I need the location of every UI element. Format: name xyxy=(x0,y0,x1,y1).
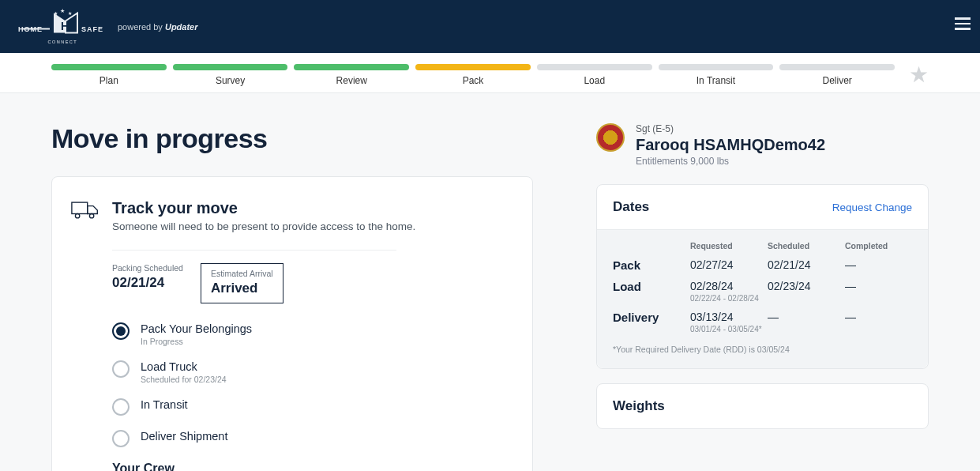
step-label: Pack xyxy=(415,75,531,86)
step-bar xyxy=(51,64,167,70)
svg-text:H: H xyxy=(61,20,69,32)
step-title: Pack Your Belongings xyxy=(141,322,252,335)
svg-text:★: ★ xyxy=(60,7,65,13)
packing-value: 02/21/24 xyxy=(112,275,183,291)
step-bar xyxy=(294,64,409,70)
profile-rank: Sgt (E-5) xyxy=(636,123,825,134)
row-pack-label: Pack xyxy=(613,258,690,272)
radio-icon xyxy=(112,430,130,447)
col-scheduled: Scheduled xyxy=(768,241,845,251)
packing-scheduled: Packing Scheduled 02/21/24 xyxy=(112,263,183,303)
step-sub: In Progress xyxy=(141,337,252,346)
step-title: Deliver Shipment xyxy=(141,430,227,443)
left-column: Move in progress Track your move Someone… xyxy=(51,123,533,471)
arrival-value: Arrived xyxy=(211,281,273,296)
step-label: Load xyxy=(537,75,652,86)
powered-by-label: powered by Updater xyxy=(118,22,198,32)
profile-name: Farooq HSAMHQDemo42 xyxy=(636,136,825,154)
row-load-label: Load xyxy=(613,280,690,293)
dates-panel: Dates Request Change Requested Scheduled… xyxy=(596,184,929,369)
radio-icon xyxy=(112,398,130,416)
row-delivery-label: Delivery xyxy=(613,311,690,324)
arrival-label: Estimated Arrival xyxy=(211,269,273,278)
dates-footnote: *Your Required Delivery Date (RDD) is 03… xyxy=(613,345,912,354)
step-bar xyxy=(173,64,288,70)
schedule-row: Packing Scheduled 02/21/24 Estimated Arr… xyxy=(112,263,513,303)
step-label: Survey xyxy=(173,75,288,86)
dates-heading: Dates xyxy=(613,199,649,215)
row-load-completed: — xyxy=(845,280,908,303)
step-pack[interactable]: Pack xyxy=(415,64,531,86)
step-label: Deliver xyxy=(779,75,895,86)
step-load[interactable]: Load xyxy=(537,64,652,86)
profile-entitlements: Entitlements 9,000 lbs xyxy=(636,156,825,167)
weights-heading: Weights xyxy=(613,398,912,414)
row-load-scheduled: 02/23/24 xyxy=(768,280,845,303)
logo[interactable]: HOME SAFE H CONNECT ★ ★ ★ powered by Upd… xyxy=(14,6,198,47)
step-bar xyxy=(779,64,895,70)
step-bar xyxy=(537,64,652,70)
main-content: Move in progress Track your move Someone… xyxy=(0,93,980,471)
step-in-transit[interactable]: In Transit xyxy=(659,64,774,86)
progress-stepper: Plan Survey Review Pack Load In Transit … xyxy=(0,53,980,93)
step-item-transit[interactable]: In Transit xyxy=(112,398,513,416)
step-label: Plan xyxy=(51,75,167,86)
svg-rect-9 xyxy=(72,202,88,213)
branch-seal-icon xyxy=(596,123,625,152)
step-item-deliver[interactable]: Deliver Shipment xyxy=(112,430,513,447)
step-item-load[interactable]: Load Truck Scheduled for 02/23/24 xyxy=(112,360,513,384)
row-delivery-completed: — xyxy=(845,311,908,333)
svg-text:★: ★ xyxy=(54,11,58,16)
weights-panel: Weights xyxy=(596,383,929,429)
svg-text:SAFE: SAFE xyxy=(81,25,103,33)
svg-text:HOME: HOME xyxy=(18,25,43,33)
row-delivery-scheduled: — xyxy=(768,311,845,333)
step-survey[interactable]: Survey xyxy=(173,64,288,86)
step-item-pack[interactable]: Pack Your Belongings In Progress xyxy=(112,322,513,346)
col-requested: Requested xyxy=(690,241,768,251)
menu-icon[interactable] xyxy=(955,17,971,30)
row-pack-scheduled: 02/21/24 xyxy=(768,258,845,272)
step-label: In Transit xyxy=(659,75,774,86)
crew-heading: Your Crew xyxy=(112,462,513,471)
step-bar xyxy=(415,64,531,70)
favorite-star-icon[interactable]: ★ xyxy=(909,64,929,86)
step-title: In Transit xyxy=(141,398,188,411)
packing-label: Packing Scheduled xyxy=(112,263,183,273)
truck-icon xyxy=(71,199,100,221)
step-title: Load Truck xyxy=(141,360,227,373)
row-pack-requested: 02/27/24 xyxy=(690,258,768,272)
step-sub: Scheduled for 02/23/24 xyxy=(141,375,227,384)
row-delivery-requested: 03/13/24 03/01/24 - 03/05/24* xyxy=(690,311,768,333)
topbar: HOME SAFE H CONNECT ★ ★ ★ powered by Upd… xyxy=(0,0,980,53)
svg-text:★: ★ xyxy=(68,11,72,16)
svg-text:CONNECT: CONNECT xyxy=(48,40,78,44)
divider xyxy=(112,250,396,251)
step-deliver[interactable]: Deliver xyxy=(779,64,895,86)
profile: Sgt (E-5) Farooq HSAMHQDemo42 Entitlemen… xyxy=(596,123,929,167)
homesafe-logo-icon: HOME SAFE H CONNECT ★ ★ ★ xyxy=(14,6,105,47)
track-heading: Track your move xyxy=(112,199,415,217)
right-column: Sgt (E-5) Farooq HSAMHQDemo42 Entitlemen… xyxy=(596,123,929,471)
radio-icon xyxy=(112,360,130,378)
track-subheading: Someone will need to be present to provi… xyxy=(112,220,415,232)
step-plan[interactable]: Plan xyxy=(51,64,167,86)
svg-point-10 xyxy=(75,214,79,218)
move-steps-list: Pack Your Belongings In Progress Load Tr… xyxy=(112,322,513,447)
track-card: Track your move Someone will need to be … xyxy=(51,176,533,471)
track-header: Track your move Someone will need to be … xyxy=(71,199,513,232)
step-review[interactable]: Review xyxy=(294,64,409,86)
row-pack-completed: — xyxy=(845,258,908,272)
page-title: Move in progress xyxy=(51,123,533,154)
dates-panel-header: Dates Request Change xyxy=(597,185,928,229)
col-completed: Completed xyxy=(845,241,908,251)
estimated-arrival: Estimated Arrival Arrived xyxy=(201,263,283,303)
svg-point-11 xyxy=(89,214,93,218)
radio-icon xyxy=(112,322,130,340)
dates-body: Requested Scheduled Completed Pack 02/27… xyxy=(597,229,928,368)
dates-grid: Requested Scheduled Completed Pack 02/27… xyxy=(613,241,912,333)
request-change-link[interactable]: Request Change xyxy=(832,202,912,213)
step-bar xyxy=(659,64,774,70)
row-load-requested: 02/28/24 02/22/24 - 02/28/24 xyxy=(690,280,768,303)
step-label: Review xyxy=(294,75,409,86)
